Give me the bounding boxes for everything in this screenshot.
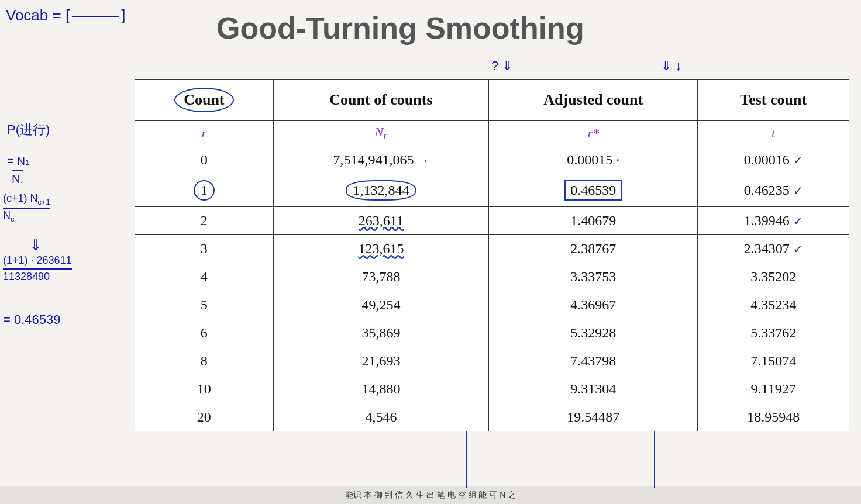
table-row: 6 35,869 5.32928 5.33762 [135,319,849,347]
adjusted-count-cell: 1.40679 [489,207,698,235]
table-row: 3 123,615 2.38767 2.34307 ✓ [135,235,849,263]
count-cell: 6 [135,319,274,347]
count-of-counts-cell: 1,132,844 [273,174,489,207]
subheader-r: r [135,121,274,146]
test-count-cell: 3.35202 [698,263,849,291]
data-table: Count Count of counts Adjusted count Tes… [135,79,849,431]
header-row: Count Count of counts Adjusted count Tes… [135,80,849,121]
rect-boxed-value: 0.46539 [564,180,622,201]
question-arrow-annotation: ? ⇓ [491,58,512,74]
count-cell: 4 [135,263,274,291]
test-count-cell: 7.15074 [698,347,849,375]
adjusted-count-cell: 4.36967 [489,291,698,319]
test-count-cell: 5.33762 [698,319,849,347]
count-of-counts-cell: 14,880 [273,375,489,403]
p-annotation: P(进行) [7,120,50,139]
subheader-rstar: r* [489,121,698,146]
test-count-header: Test count [698,80,849,121]
adjusted-count-header: Adjusted count [489,80,698,121]
count-of-counts-cell: 123,615 [273,235,489,263]
n1-n-annotation: = N₁ N. [7,152,30,188]
adjusted-count-cell: 9.31304 [489,375,698,403]
subheader-row: r Nr r* t [135,121,849,146]
bottom-text: 能识 本 御 判 信 久 生 出 笔 电 空 组 能 可 N 之 [345,490,516,500]
adjusted-count-cell: 0.00015 · [489,146,698,174]
vocab-annotation: Vocab = [] [6,5,125,26]
count-of-counts-header: Count of counts [273,80,489,121]
table-row: 0 7,514,941,065 → 0.00015 · 0.00016 ✓ [135,146,849,174]
table-row: 5 49,254 4.36967 4.35234 [135,291,849,319]
count-of-counts-cell: 4,546 [273,403,489,431]
table-row: 10 14,880 9.31304 9.11927 [135,375,849,403]
count-cell: 5 [135,291,274,319]
count-cell: 1 [135,174,274,207]
test-count-cell: 1.39946 ✓ [698,207,849,235]
page-title: Good-Turning Smoothing [216,11,584,46]
test-count-cell: 2.34307 ✓ [698,235,849,263]
subheader-nr: Nr [273,121,489,146]
adjusted-count-cell: 7.43798 [489,347,698,375]
count-header: Count [135,80,274,121]
count-of-counts-cell: 49,254 [273,291,489,319]
oval-circled-value: 1,132,844 [346,180,416,201]
bottom-bar: 能识 本 御 判 信 久 生 出 笔 电 空 组 能 可 N 之 [0,486,861,504]
adjusted-count-cell: 5.32928 [489,319,698,347]
count-cell: 2 [135,207,274,235]
formula-annotation: (c+1) Nc+1 Nc [3,193,50,223]
table-wrapper: Count Count of counts Adjusted count Tes… [135,79,849,431]
test-count-cell: 4.35234 [698,291,849,319]
count-of-counts-cell: 263,611 [273,207,489,235]
downarrow-annotation: ⇓ [29,234,42,257]
table-row: 2 263,611 1.40679 1.39946 ✓ [135,207,849,235]
test-count-cell: 9.11927 [698,375,849,403]
count-cell: 8 [135,347,274,375]
count-of-counts-cell: 73,788 [273,263,489,291]
count-cell: 3 [135,235,274,263]
count-of-counts-cell: 21,693 [273,347,489,375]
count-of-counts-cell: 7,514,941,065 → [273,146,489,174]
table-row: 1 1,132,844 0.46539 0.46235 ✓ [135,174,849,207]
table-row: 20 4,546 19.54487 18.95948 [135,403,849,431]
count-of-counts-cell: 35,869 [273,319,489,347]
subheader-t: t [698,121,849,146]
adjusted-count-cell: 19.54487 [489,403,698,431]
adjusted-count-cell: 2.38767 [489,235,698,263]
calc-annotation: (1+1) · 263611 11328490 [3,254,72,283]
count-cell: 0 [135,146,274,174]
down-arrow-annotation: ⇓ ↓ [661,58,681,74]
main-container: Good-Turning Smoothing Vocab = [] P(进行) … [0,0,861,504]
count-circle: Count [174,88,233,112]
table-row: 8 21,693 7.43798 7.15074 [135,347,849,375]
adjusted-count-cell: 0.46539 [489,174,698,207]
count-cell: 10 [135,375,274,403]
table-row: 4 73,788 3.33753 3.35202 [135,263,849,291]
result-annotation: = 0.46539 [3,310,60,329]
test-count-cell: 18.95948 [698,403,849,431]
count-cell: 20 [135,403,274,431]
test-count-cell: 0.00016 ✓ [698,146,849,174]
count-circled: 1 [194,180,215,201]
test-count-cell: 0.46235 ✓ [698,174,849,207]
adjusted-count-cell: 3.33753 [489,263,698,291]
